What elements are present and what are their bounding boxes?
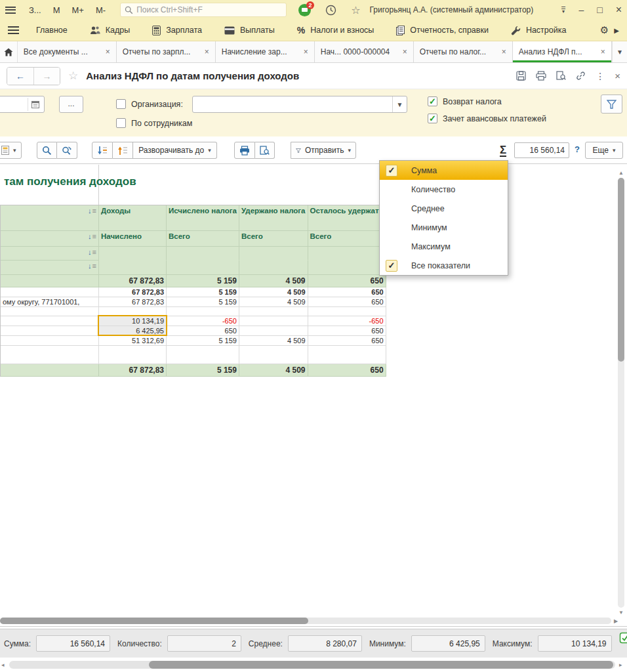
tab-close-icon[interactable]: × [205, 47, 209, 56]
cell-r5-c3[interactable]: 650 [308, 326, 386, 336]
header-empty-cell[interactable] [308, 261, 386, 275]
cell-r4-c0[interactable]: 10 134,19 [99, 316, 167, 326]
organization-combobox[interactable]: ▼ [192, 96, 407, 113]
row-label-r8[interactable] [1, 364, 99, 377]
expand-to-button[interactable]: Разворачивать до▾ [133, 142, 217, 159]
row-label-r5[interactable] [1, 326, 99, 336]
tab-close-icon[interactable]: × [106, 47, 110, 56]
cell-r4-c2[interactable] [239, 316, 308, 326]
popup-item-2[interactable]: Среднее [380, 199, 508, 218]
indicators-toggle-button[interactable] [619, 632, 627, 646]
row-label-r4[interactable] [1, 316, 99, 326]
tab-0[interactable]: Все документы ...× [18, 41, 117, 62]
cell-r7-c2[interactable] [239, 346, 308, 364]
cell-r6-c2[interactable]: 4 509 [239, 336, 308, 346]
popup-item-4[interactable]: Максимум [380, 237, 508, 256]
sort-icon[interactable]: ↓≡ [88, 232, 96, 241]
scroll-up-icon[interactable]: ▲ [617, 170, 625, 176]
tab-close-icon[interactable]: × [601, 47, 605, 56]
sort-icon[interactable]: ↓≡ [88, 262, 96, 270]
advance-offset-checkbox[interactable]: ✓ [428, 114, 437, 123]
cell-r0-c3[interactable]: 650 [308, 275, 386, 287]
column-header-3[interactable]: Осталось удержать [308, 205, 386, 231]
cell-r3-c2[interactable] [239, 307, 308, 316]
cell-r2-c0[interactable]: 67 872,83 [99, 297, 167, 307]
quick-item-0[interactable]: З... [29, 5, 41, 15]
cell-r3-c3[interactable] [308, 307, 386, 316]
cell-r0-c1[interactable]: 5 159 [167, 275, 239, 287]
column-subheader-0[interactable]: Начислено [99, 231, 167, 247]
quick-item-m-minus[interactable]: М- [96, 5, 106, 15]
header-empty-cell[interactable] [99, 247, 167, 261]
column-header-1[interactable]: Исчислено налога [167, 205, 239, 231]
current-user[interactable]: Григорьянц А.А. (системный администратор… [369, 5, 533, 14]
cell-r2-c3[interactable]: 650 [308, 297, 386, 307]
header-empty-cell[interactable] [99, 261, 167, 275]
header-empty-cell[interactable] [239, 261, 308, 275]
cell-r5-c2[interactable] [239, 326, 308, 336]
print-button[interactable] [234, 142, 255, 159]
organization-checkbox[interactable] [116, 99, 126, 109]
cell-r7-c0[interactable] [99, 346, 167, 364]
cell-r2-c1[interactable]: 5 159 [167, 297, 239, 307]
sort-icon[interactable]: ↓≡ [88, 207, 96, 215]
cell-r8-c2[interactable]: 4 509 [239, 364, 308, 377]
cell-r8-c3[interactable]: 650 [308, 364, 386, 377]
window-hscroll-thumb[interactable] [149, 661, 613, 669]
menu-item-0[interactable]: Главное [36, 26, 68, 35]
service-menu-icon[interactable]: =▾ [561, 7, 565, 13]
history-icon[interactable] [325, 5, 336, 16]
preview-icon[interactable] [556, 71, 566, 81]
tab-close-icon[interactable]: × [304, 47, 308, 56]
save-icon[interactable] [516, 71, 526, 81]
tabs-dropdown-icon[interactable]: ▾ [612, 41, 627, 62]
menu-item-4[interactable]: %Налоги и взносы [297, 25, 374, 35]
calendar-icon[interactable] [28, 98, 42, 111]
menu-overflow-icon[interactable]: ▶ [614, 27, 619, 34]
header-empty-cell[interactable] [239, 247, 308, 261]
more-actions-icon[interactable]: ⋮ [596, 71, 605, 81]
tab-close-icon[interactable]: × [403, 47, 407, 56]
column-header-2[interactable]: Удержано налога [239, 205, 308, 231]
row-label-r7[interactable] [1, 346, 99, 364]
cell-r6-c0[interactable]: 51 312,69 [99, 336, 167, 346]
cell-r3-c0[interactable] [99, 307, 167, 316]
maximize-button[interactable]: □ [597, 5, 602, 15]
header-empty-cell[interactable] [167, 261, 239, 275]
row-label-r0[interactable] [1, 275, 99, 287]
tab-5[interactable]: Анализ НДФЛ п...× [513, 41, 612, 62]
table-hscroll-thumb[interactable] [0, 618, 308, 624]
notifications-icon[interactable]: 2 [298, 4, 311, 16]
cell-r6-c3[interactable]: 650 [308, 336, 386, 346]
find-next-button[interactable] [57, 142, 77, 159]
tab-close-icon[interactable]: × [502, 47, 506, 56]
find-button[interactable] [37, 142, 57, 159]
filter-settings-button[interactable] [601, 94, 622, 114]
table-horizontal-scrollbar[interactable]: ▶ [0, 617, 617, 625]
home-icon[interactable] [0, 41, 18, 62]
sigma-icon[interactable]: Σ [500, 144, 506, 157]
period-field[interactable] [0, 96, 45, 113]
forward-button[interactable]: → [33, 68, 60, 85]
minimize-button[interactable]: – [578, 5, 584, 15]
global-search[interactable] [120, 3, 287, 17]
menu-item-3[interactable]: Выплаты [224, 26, 275, 35]
cell-r4-c3[interactable]: -650 [308, 316, 386, 326]
menu-item-6[interactable]: Настройка [511, 26, 567, 35]
more-button[interactable]: Еще▾ [585, 142, 623, 159]
cell-r7-c1[interactable] [167, 346, 239, 364]
print-preview-button[interactable] [255, 142, 275, 159]
link-icon[interactable] [576, 71, 586, 81]
vertical-scroll-thumb[interactable] [618, 178, 624, 362]
tab-1[interactable]: Отчеты по зарпл...× [117, 41, 216, 62]
scroll-right-icon[interactable]: ▸ [619, 662, 622, 668]
add-favorite-star-icon[interactable]: ☆ [68, 69, 78, 83]
column-subheader-2[interactable]: Всего [239, 231, 308, 247]
close-window-button[interactable]: × [616, 4, 622, 16]
column-header-0[interactable]: Доходы [99, 205, 167, 231]
header-empty-cell[interactable] [167, 247, 239, 261]
cell-r4-c1[interactable]: -650 [167, 316, 239, 326]
help-link[interactable]: ? [575, 144, 580, 154]
cell-r1-c2[interactable]: 4 509 [239, 287, 308, 297]
popup-item-5[interactable]: ✓Все показатели [380, 256, 508, 275]
